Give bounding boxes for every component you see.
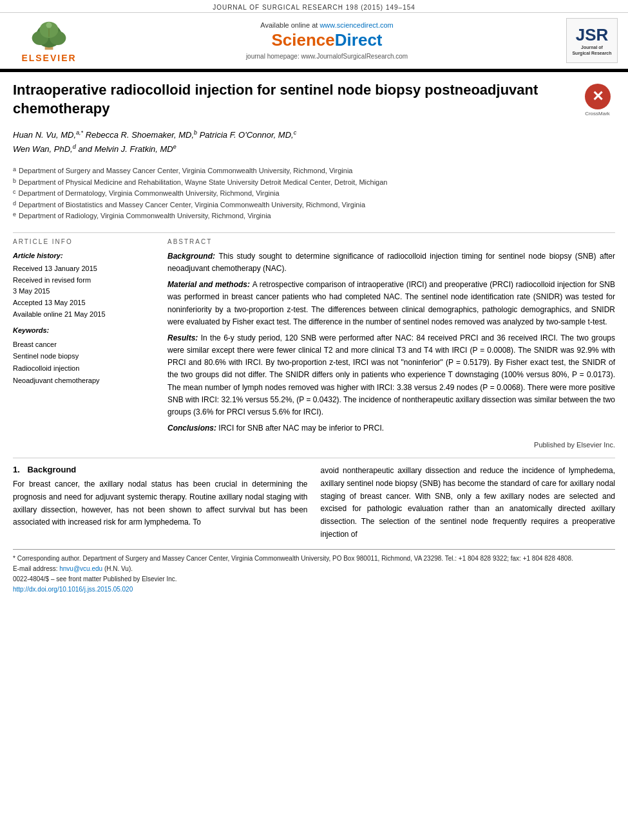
author2-sup: b (194, 129, 197, 136)
author1-sup: a,* (76, 129, 83, 136)
crossmark-icon: ✕ (585, 84, 611, 109)
journal-homepage: journal homepage: www.JournalofSurgicalR… (94, 53, 560, 60)
keyword-2: Sentinel node biopsy (13, 350, 155, 362)
author2: Rebecca R. Shoemaker, MD, (86, 130, 194, 140)
author4-sup: d (73, 144, 76, 150)
elsevier-label: ELSEVIER (21, 53, 76, 63)
affil-e: e Department of Radiology, Virginia Comm… (13, 210, 615, 221)
published-by: Published by Elsevier Inc. (167, 440, 615, 451)
center-banner: Available online at www.sciencedirect.co… (94, 21, 560, 60)
abstract-block: Background: This study sought to determi… (167, 250, 615, 451)
affil-divider (13, 232, 615, 233)
body-section: 1. Background For breast cancer, the axi… (0, 465, 628, 541)
email-name: (H.N. Vu). (104, 565, 133, 572)
author5: and Melvin J. Fratkin, MD (78, 144, 173, 154)
journal-header-bar: JOURNAL OF SURGICAL RESEARCH 198 (2015) … (0, 0, 628, 13)
keywords-block: Keywords: Breast cancer Sentinel node bi… (13, 325, 155, 386)
article-title-section: Intraoperative radiocolloid injection fo… (0, 72, 628, 126)
keyword-4: Neoadjuvant chemotherapy (13, 375, 155, 387)
article-info-label: ARTICLE INFO (13, 238, 155, 245)
article-info-abstract-section: ARTICLE INFO Article history: Received 1… (0, 238, 628, 451)
author5-sup: e (173, 144, 176, 150)
article-info-col: ARTICLE INFO Article history: Received 1… (13, 238, 155, 451)
keywords-title: Keywords: (13, 325, 155, 336)
abstract-background: Background: This study sought to determi… (167, 250, 615, 275)
footnote-divider (13, 549, 615, 550)
sciencedirect-link[interactable]: www.sciencedirect.com (319, 21, 393, 29)
author3: Patricia F. O'Connor, MD, (200, 130, 294, 140)
body-left-text: For breast cancer, the axillary nodal st… (13, 478, 308, 529)
body-right: avoid nontherapeutic axillary dissection… (321, 465, 616, 541)
available-online-text: Available online at www.sciencedirect.co… (94, 21, 560, 29)
journal-header-text: JOURNAL OF SURGICAL RESEARCH 198 (2015) … (213, 4, 415, 11)
section1-heading: 1. Background (13, 465, 308, 474)
jsr-subtitle: Journal ofSurgical Research (572, 45, 611, 56)
abstract-conclusions: Conclusions: IRCI for SNB after NAC may … (167, 422, 615, 434)
doi-line: http://dx.doi.org/10.1016/j.jss.2015.05.… (13, 584, 615, 595)
keyword-1: Breast cancer (13, 339, 155, 351)
authors-line: Huan N. Vu, MD,a,* Rebecca R. Shoemaker,… (13, 128, 615, 142)
article-info-block: Article history: Received 13 January 201… (13, 250, 155, 387)
issn-line: 0022-4804/$ – see front matter Published… (13, 574, 615, 584)
abstract-body-divider (13, 458, 615, 458)
crossmark: ✕ CrossMark (580, 84, 615, 119)
history-title: Article history: (13, 250, 155, 261)
elsevier-tree-icon (20, 19, 78, 51)
affiliations: a Department of Surgery and Massey Cance… (0, 162, 628, 227)
abstract-label: ABSTRACT (167, 238, 615, 245)
date-received: Received 13 January 2015 Received in rev… (13, 263, 155, 320)
doi-link[interactable]: http://dx.doi.org/10.1016/j.jss.2015.05.… (13, 586, 133, 593)
body-left: 1. Background For breast cancer, the axi… (13, 465, 308, 541)
svg-point-5 (46, 23, 52, 28)
author1: Huan N. Vu, MD, (13, 130, 76, 140)
abstract-methods: Material and methods: A retrospective co… (167, 279, 615, 328)
authors-section: Huan N. Vu, MD,a,* Rebecca R. Shoemaker,… (0, 126, 628, 162)
body-right-text: avoid nontherapeutic axillary dissection… (321, 465, 616, 541)
top-banner: ELSEVIER Available online at www.science… (0, 13, 628, 69)
abstract-results: Results: In the 6-y study period, 120 SN… (167, 332, 615, 418)
elsevier-logo: ELSEVIER (10, 18, 88, 63)
authors-line2: Wen Wan, PhD,d and Melvin J. Fratkin, MD… (13, 142, 615, 156)
author3-sup: c (294, 129, 297, 136)
abstract-col: ABSTRACT Background: This study sought t… (167, 238, 615, 451)
email-line: E-mail address: hnvu@vcu.edu (H.N. Vu). (13, 564, 615, 574)
affil-c: c Department of Dermatology, Virginia Co… (13, 188, 615, 199)
author4: Wen Wan, PhD, (13, 144, 73, 154)
email-label: E-mail address: (13, 565, 57, 572)
corresponding-author-note: * Corresponding author. Department of Su… (13, 554, 615, 564)
sciencedirect-logo: ScienceDirect (94, 30, 560, 50)
affil-b: b Department of Physical Medicine and Re… (13, 177, 615, 188)
affil-a: a Department of Surgery and Massey Cance… (13, 165, 615, 176)
keyword-3: Radiocolloid injection (13, 362, 155, 375)
footnote-section: * Corresponding author. Department of Su… (0, 554, 628, 595)
email-link[interactable]: hnvu@vcu.edu (59, 565, 102, 572)
jsr-logo: JSR Journal ofSurgical Research (566, 18, 618, 63)
affil-d: d Department of Biostatistics and Massey… (13, 200, 615, 210)
crossmark-label: CrossMark (585, 111, 610, 117)
article-title: Intraoperative radiocolloid injection fo… (13, 81, 541, 118)
jsr-label: JSR (576, 25, 609, 45)
